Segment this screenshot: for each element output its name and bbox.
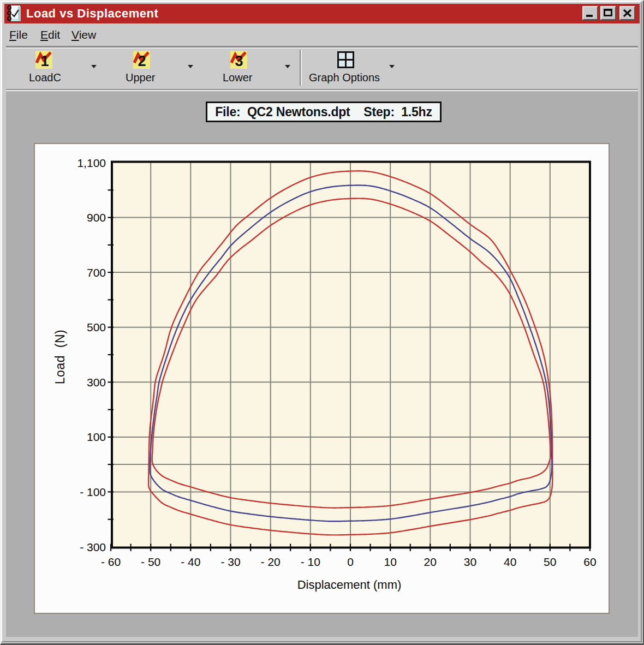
svg-text:900: 900 bbox=[87, 211, 106, 224]
svg-text:Load (N): Load (N) bbox=[53, 330, 67, 384]
svg-text:300: 300 bbox=[87, 376, 106, 389]
svg-text:- 20: - 20 bbox=[261, 556, 281, 568]
svg-text:500: 500 bbox=[87, 321, 106, 333]
svg-text:- 300: - 300 bbox=[80, 541, 106, 553]
svg-text:1,100: 1,100 bbox=[77, 157, 106, 169]
svg-text:0: 0 bbox=[347, 556, 354, 568]
svg-text:20: 20 bbox=[424, 556, 437, 568]
svg-text:- 10: - 10 bbox=[301, 556, 320, 568]
svg-text:60: 60 bbox=[583, 556, 596, 568]
svg-text:100: 100 bbox=[87, 431, 106, 443]
svg-text:30: 30 bbox=[464, 556, 476, 568]
svg-text:- 40: - 40 bbox=[181, 556, 200, 568]
svg-text:50: 50 bbox=[544, 556, 556, 568]
svg-text:- 30: - 30 bbox=[220, 556, 240, 568]
svg-text:700: 700 bbox=[87, 266, 106, 279]
svg-text:- 60: - 60 bbox=[101, 556, 121, 568]
svg-text:- 50: - 50 bbox=[141, 556, 160, 568]
svg-text:- 100: - 100 bbox=[80, 486, 106, 498]
svg-text:Displacement (mm): Displacement (mm) bbox=[297, 578, 402, 592]
svg-text:40: 40 bbox=[504, 556, 516, 568]
svg-text:10: 10 bbox=[384, 556, 397, 568]
